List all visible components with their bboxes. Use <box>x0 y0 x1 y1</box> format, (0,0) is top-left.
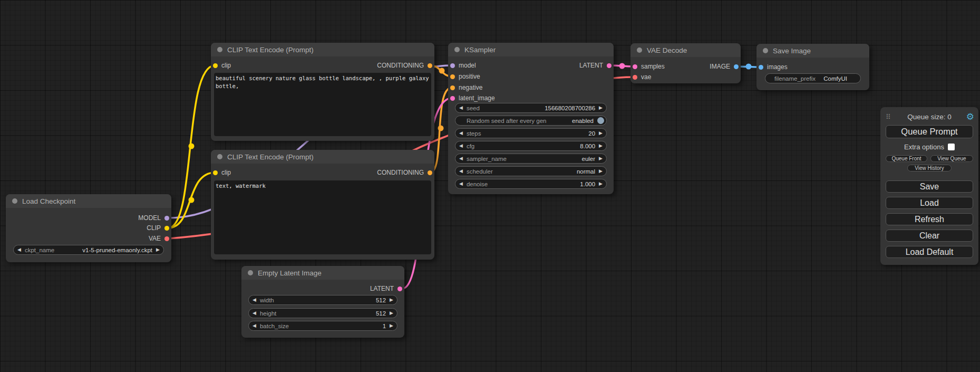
node-title-bar[interactable]: Empty Latent Image <box>241 266 404 280</box>
decrement-arrow-icon[interactable]: ◀ <box>459 156 463 161</box>
decrement-arrow-icon[interactable]: ◀ <box>459 106 463 110</box>
input-slot-vae[interactable]: vae <box>633 72 651 82</box>
output-slot-image[interactable]: IMAGE <box>710 62 739 71</box>
widget-scheduler[interactable]: ◀ scheduler normal ▶ <box>455 166 607 176</box>
slot-label: clip <box>221 62 231 69</box>
widget-height[interactable]: ◀ height 512 ▶ <box>248 308 397 318</box>
decrement-arrow-icon[interactable]: ◀ <box>253 298 256 302</box>
decrement-arrow-icon[interactable]: ◀ <box>253 323 256 328</box>
settings-gear-icon[interactable]: ⚙ <box>966 111 974 122</box>
prompt-text-area[interactable]: beautiful scenery nature glass bottle la… <box>214 73 431 136</box>
node-clip-text-encode-positive[interactable]: CLIP Text Encode (Prompt) clip CONDITION… <box>211 43 434 141</box>
widget-sampler-name[interactable]: ◀ sampler_name euler ▶ <box>455 154 607 164</box>
queue-front-button[interactable]: Queue Front <box>886 155 927 162</box>
output-slot-conditioning[interactable]: CONDITIONING <box>377 168 432 177</box>
clear-button[interactable]: Clear <box>886 230 973 242</box>
node-load-checkpoint[interactable]: Load Checkpoint MODEL CLIP VAE ◀ ckpt_na… <box>6 194 171 262</box>
widget-filename-prefix[interactable]: filename_prefix ComfyUI <box>765 73 861 83</box>
view-history-button[interactable]: View History <box>907 165 952 171</box>
output-slot-model[interactable]: MODEL <box>138 213 169 223</box>
node-vae-decode[interactable]: VAE Decode samples vae IMAGE <box>630 43 741 83</box>
widget-denoise[interactable]: ◀ denoise 1.000 ▶ <box>455 179 607 189</box>
input-slot-negative[interactable]: negative <box>450 83 482 92</box>
node-title-bar[interactable]: CLIP Text Encode (Prompt) <box>211 150 434 164</box>
widget-steps[interactable]: ◀ steps 20 ▶ <box>455 128 607 138</box>
vae-slot-icon[interactable] <box>633 75 637 80</box>
decrement-arrow-icon[interactable]: ◀ <box>459 169 463 174</box>
node-title-bar[interactable]: CLIP Text Encode (Prompt) <box>211 43 434 56</box>
widget-ckpt-name[interactable]: ◀ ckpt_name v1-5-pruned-emaonly.ckpt ▶ <box>13 245 164 255</box>
clip-slot-icon[interactable] <box>213 170 218 175</box>
input-slot-images[interactable]: images <box>759 62 788 72</box>
input-slot-clip[interactable]: clip <box>213 168 231 177</box>
output-slot-conditioning[interactable]: CONDITIONING <box>377 61 432 70</box>
input-slot-clip[interactable]: clip <box>213 61 231 70</box>
queue-prompt-button[interactable]: Queue Prompt <box>886 125 973 138</box>
node-save-image[interactable]: Save Image images filename_prefix ComfyU… <box>756 44 869 90</box>
clip-slot-icon[interactable] <box>164 226 169 231</box>
widget-seed[interactable]: ◀ seed 156680208700286 ▶ <box>455 103 607 113</box>
input-slot-model[interactable]: model <box>450 61 476 70</box>
image-slot-icon[interactable] <box>759 65 763 70</box>
node-title-bar[interactable]: Load Checkpoint <box>6 194 171 208</box>
extra-options-checkbox[interactable] <box>948 144 955 150</box>
image-slot-icon[interactable] <box>734 64 739 69</box>
latent-slot-icon[interactable] <box>397 287 402 291</box>
input-slot-samples[interactable]: samples <box>633 62 665 71</box>
output-slot-vae[interactable]: VAE <box>149 234 169 243</box>
drag-handle-icon[interactable]: ⠿ <box>886 113 891 121</box>
toggle-enabled-icon[interactable] <box>597 117 604 124</box>
view-queue-button[interactable]: View Queue <box>930 155 973 162</box>
model-slot-icon[interactable] <box>164 216 169 221</box>
node-title-bar[interactable]: KSampler <box>448 43 614 56</box>
save-button[interactable]: Save <box>886 180 973 193</box>
decrement-arrow-icon[interactable]: ◀ <box>253 311 256 316</box>
widget-cfg[interactable]: ◀ cfg 8.000 ▶ <box>455 141 607 151</box>
increment-arrow-icon[interactable]: ▶ <box>599 169 603 174</box>
conditioning-slot-icon[interactable] <box>428 170 432 175</box>
increment-arrow-icon[interactable]: ▶ <box>156 247 160 252</box>
node-clip-text-encode-negative[interactable]: CLIP Text Encode (Prompt) clip CONDITION… <box>211 150 434 260</box>
node-title-bar[interactable]: Save Image <box>756 44 869 58</box>
output-slot-clip[interactable]: CLIP <box>147 223 169 233</box>
increment-arrow-icon[interactable]: ▶ <box>390 311 393 316</box>
slot-label: CLIP <box>147 224 161 232</box>
decrement-arrow-icon[interactable]: ◀ <box>459 182 463 186</box>
load-default-button[interactable]: Load Default <box>886 246 973 258</box>
refresh-button[interactable]: Refresh <box>886 213 973 225</box>
prompt-text-area[interactable]: text, watermark <box>214 180 431 254</box>
input-slot-latent-image[interactable]: latent_image <box>450 93 495 103</box>
widget-value: enabled <box>572 118 594 124</box>
conditioning-slot-icon[interactable] <box>450 74 455 79</box>
vae-slot-icon[interactable] <box>164 236 169 241</box>
node-ksampler[interactable]: KSampler model positive negative latent_… <box>448 43 614 194</box>
output-slot-latent[interactable]: LATENT <box>579 61 612 70</box>
load-button[interactable]: Load <box>886 197 973 209</box>
model-slot-icon[interactable] <box>450 63 455 68</box>
conditioning-slot-icon[interactable] <box>450 85 455 90</box>
increment-arrow-icon[interactable]: ▶ <box>599 156 603 161</box>
widget-width[interactable]: ◀ width 512 ▶ <box>248 295 397 305</box>
increment-arrow-icon[interactable]: ▶ <box>599 182 603 186</box>
comfyui-canvas[interactable]: { "icons": { "left_arrow": "◀", "right_a… <box>0 0 980 372</box>
node-title-bar[interactable]: VAE Decode <box>630 43 741 57</box>
decrement-arrow-icon[interactable]: ◀ <box>17 247 21 252</box>
latent-slot-icon[interactable] <box>450 96 455 101</box>
latent-slot-icon[interactable] <box>607 63 612 68</box>
increment-arrow-icon[interactable]: ▶ <box>599 144 603 148</box>
clip-slot-icon[interactable] <box>213 63 218 68</box>
increment-arrow-icon[interactable]: ▶ <box>390 323 393 328</box>
node-empty-latent-image[interactable]: Empty Latent Image LATENT ◀ width 512 ▶ … <box>241 266 404 338</box>
widget-batch-size[interactable]: ◀ batch_size 1 ▶ <box>248 321 397 331</box>
conditioning-slot-icon[interactable] <box>428 63 432 68</box>
increment-arrow-icon[interactable]: ▶ <box>390 298 393 302</box>
increment-arrow-icon[interactable]: ▶ <box>599 106 603 110</box>
node-title: Load Checkpoint <box>22 197 75 205</box>
decrement-arrow-icon[interactable]: ◀ <box>459 144 463 148</box>
widget-random-seed[interactable]: Random seed after every gen enabled <box>455 116 607 126</box>
input-slot-positive[interactable]: positive <box>450 72 480 81</box>
decrement-arrow-icon[interactable]: ◀ <box>459 131 463 136</box>
latent-slot-icon[interactable] <box>633 64 637 69</box>
increment-arrow-icon[interactable]: ▶ <box>599 131 603 136</box>
output-slot-latent[interactable]: LATENT <box>370 284 402 293</box>
